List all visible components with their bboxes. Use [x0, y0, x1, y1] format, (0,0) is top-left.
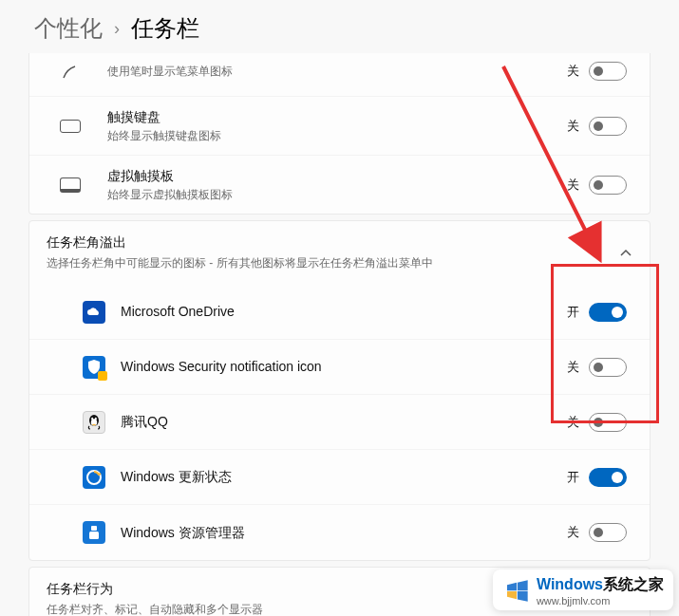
- watermark: Windows系统之家 www.bjjmlv.com: [493, 569, 673, 610]
- watermark-brand1: Windows: [537, 576, 603, 592]
- onedrive-state-text: 开: [560, 304, 579, 321]
- explorer-label: Windows 资源管理器: [121, 524, 245, 542]
- row-virtual-touchpad: 虚拟触摸板 始终显示虚拟触摸板图标 关: [29, 156, 650, 214]
- overflow-subtitle: 选择任务栏角中可能显示的图标 - 所有其他图标将显示在任务栏角溢出菜单中: [47, 255, 632, 271]
- explorer-toggle[interactable]: [589, 523, 627, 542]
- row-touch-keyboard: 触摸键盘 始终显示触摸键盘图标 关: [29, 97, 650, 156]
- windows-update-icon: [83, 466, 105, 489]
- overflow-header[interactable]: 任务栏角溢出 选择任务栏角中可能显示的图标 - 所有其他图标将显示在任务栏角溢出…: [29, 221, 650, 285]
- touch-keyboard-title: 触摸键盘: [107, 108, 560, 126]
- touch-keyboard-toggle[interactable]: [589, 117, 627, 136]
- onedrive-icon: [83, 301, 105, 324]
- windows-logo-icon: [502, 577, 531, 606]
- chevron-up-icon: [619, 247, 632, 260]
- virtual-touchpad-title: 虚拟触摸板: [107, 167, 560, 185]
- svg-point-3: [95, 417, 97, 420]
- qq-label: 腾讯QQ: [121, 413, 168, 431]
- row-explorer: Windows 资源管理器 关: [29, 505, 650, 560]
- explorer-icon: [83, 521, 105, 544]
- svg-point-5: [87, 471, 101, 484]
- keyboard-icon: [60, 116, 81, 137]
- watermark-url: www.bjjmlv.com: [537, 595, 664, 607]
- row-security: Windows Security notification icon 关: [29, 340, 650, 395]
- security-state-text: 关: [560, 359, 579, 376]
- explorer-state-text: 关: [560, 524, 579, 541]
- windows-update-label: Windows 更新状态: [121, 468, 232, 486]
- taskbar-corner-icons-panel: 使用笔时显示笔菜单图标 关 触摸键盘 始终显示触摸键盘图标 关 虚拟触摸板 始终…: [28, 53, 651, 215]
- svg-rect-7: [89, 532, 99, 539]
- onedrive-label: Microsoft OneDrive: [121, 303, 235, 321]
- touchpad-icon: [60, 175, 81, 196]
- overflow-panel: 任务栏角溢出 选择任务栏角中可能显示的图标 - 所有其他图标将显示在任务栏角溢出…: [28, 220, 651, 561]
- watermark-brand2: 系统之家: [603, 576, 664, 592]
- svg-point-2: [91, 417, 93, 420]
- breadcrumb-parent[interactable]: 个性化: [34, 13, 103, 44]
- security-label: Windows Security notification icon: [121, 358, 322, 376]
- security-icon: [83, 356, 105, 379]
- breadcrumb: 个性化 › 任务栏: [0, 0, 679, 53]
- pen-state-text: 关: [560, 63, 579, 80]
- windows-update-toggle[interactable]: [589, 468, 627, 487]
- touch-keyboard-state-text: 关: [560, 118, 579, 135]
- qq-icon: [83, 411, 105, 434]
- overflow-title: 任务栏角溢出: [47, 234, 632, 252]
- windows-update-state-text: 开: [560, 469, 579, 486]
- virtual-touchpad-state-text: 关: [560, 177, 579, 194]
- svg-point-4: [92, 423, 96, 425]
- pen-subtitle: 使用笔时显示笔菜单图标: [107, 64, 560, 79]
- row-windows-update: Windows 更新状态 开: [29, 450, 650, 505]
- virtual-touchpad-toggle[interactable]: [589, 176, 627, 195]
- security-toggle[interactable]: [589, 358, 627, 377]
- touch-keyboard-subtitle: 始终显示触摸键盘图标: [107, 128, 560, 143]
- qq-toggle[interactable]: [589, 413, 627, 432]
- chevron-right-icon: ›: [114, 19, 120, 39]
- row-qq: 腾讯QQ 关: [29, 395, 650, 450]
- row-onedrive: Microsoft OneDrive 开: [29, 285, 650, 340]
- qq-state-text: 关: [560, 414, 579, 431]
- pen-toggle[interactable]: [589, 62, 627, 81]
- svg-rect-6: [91, 526, 97, 531]
- row-pen-menu: 使用笔时显示笔菜单图标 关: [29, 53, 650, 97]
- onedrive-toggle[interactable]: [589, 303, 627, 322]
- breadcrumb-current: 任务栏: [131, 13, 199, 44]
- pen-icon: [60, 61, 81, 82]
- virtual-touchpad-subtitle: 始终显示虚拟触摸板图标: [107, 187, 560, 202]
